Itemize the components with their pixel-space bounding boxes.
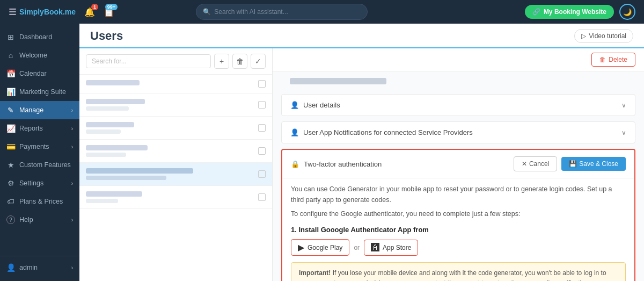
delete-button[interactable]: 🗑 Delete (591, 53, 635, 67)
list-item[interactable] (79, 163, 272, 186)
detail-top-bar: 🗑 Delete (273, 48, 644, 71)
video-tutorial-button[interactable]: ▷ Video tutorial (574, 29, 633, 43)
google-play-icon: ▶ (298, 242, 304, 253)
tfa-description: You can use Code Generator in your mobil… (291, 184, 626, 205)
sidebar-item-welcome[interactable]: ⌂ Welcome (0, 46, 79, 64)
store-buttons-group: ▶ Google Play or 🅰 App Store (291, 239, 626, 256)
admin-arrow-icon: › (71, 265, 73, 271)
sidebar-item-dashboard[interactable]: ⊞ Dashboard (0, 28, 79, 46)
user-checkbox[interactable] (258, 170, 266, 178)
list-item[interactable] (79, 75, 272, 93)
detail-panel: 🗑 Delete 👤 User details ∨ (273, 48, 644, 281)
tfa-label: Two-factor authentication (304, 160, 382, 168)
sidebar-item-payments[interactable]: 💳 Payments › (0, 138, 79, 156)
user-name-placeholder (86, 80, 140, 85)
search-bar: 🔍 (196, 4, 368, 20)
custom-icon: ★ (6, 161, 15, 169)
notifications-header-left: 👤 User App Notifications for connected S… (290, 128, 473, 136)
welcome-icon: ⌂ (6, 51, 15, 60)
app-store-icon: 🅰 (371, 243, 379, 253)
reports-arrow-icon: › (71, 126, 73, 132)
google-play-label: Google Play (308, 244, 342, 251)
hamburger-icon[interactable]: ☰ (9, 7, 16, 17)
list-item[interactable] (79, 93, 272, 117)
sidebar-label-manage: Manage (19, 106, 67, 114)
sidebar-label-marketing: Marketing Suite (19, 88, 73, 96)
user-name-placeholder (86, 145, 148, 150)
user-name-placeholder (86, 122, 134, 127)
user-info (86, 145, 254, 157)
sidebar-label-custom: Custom Features (19, 161, 73, 169)
moon-icon: 🌙 (623, 8, 632, 16)
cancel-button[interactable]: ✕ Cancel (514, 156, 557, 171)
search-input[interactable] (214, 8, 361, 16)
messages-badge: 99+ (105, 4, 118, 10)
user-info (86, 80, 254, 88)
list-item[interactable] (79, 140, 272, 163)
sidebar-item-custom[interactable]: ★ Custom Features (0, 156, 79, 174)
user-checkbox[interactable] (258, 101, 266, 109)
page-title: Users (90, 29, 123, 47)
manage-icon: ✎ (6, 106, 15, 114)
sidebar-label-calendar: Calendar (19, 70, 73, 77)
user-checkbox[interactable] (258, 147, 266, 155)
sidebar: ⊞ Dashboard ⌂ Welcome 📅 Calendar 📊 Marke… (0, 24, 79, 281)
help-arrow-icon: › (71, 217, 73, 223)
calendar-icon: 📅 (6, 69, 15, 78)
notifications-label: User App Notifications for connected Ser… (303, 128, 473, 136)
reports-icon: 📈 (6, 124, 15, 133)
app-logo[interactable]: ☰ SimplyBook.me (9, 7, 76, 17)
notifications-accordion[interactable]: 👤 User App Notifications for connected S… (281, 121, 635, 143)
check-icon: ✓ (255, 57, 261, 66)
add-user-button[interactable]: + (214, 54, 229, 69)
sidebar-item-manage[interactable]: ✎ Manage › (0, 101, 79, 119)
manage-arrow-icon: › (71, 107, 73, 113)
help-icon: ? (6, 215, 15, 224)
check-all-button[interactable]: ✓ (251, 54, 266, 69)
trash-icon: 🗑 (599, 56, 606, 63)
content-area: + 🗑 ✓ (79, 48, 644, 281)
user-name-placeholder (86, 168, 193, 174)
user-checkbox[interactable] (258, 80, 266, 88)
delete-user-button[interactable]: 🗑 (232, 54, 247, 69)
messages-icon[interactable]: 📋 99+ (104, 7, 114, 17)
settings-icon: ⚙ (6, 179, 15, 188)
detail-user-name-section (273, 78, 644, 89)
or-label: or (354, 244, 360, 251)
sidebar-item-calendar[interactable]: 📅 Calendar (0, 64, 79, 83)
sidebar-item-help[interactable]: ? Help › (0, 211, 79, 229)
list-item[interactable] (79, 186, 272, 209)
sidebar-label-settings: Settings (19, 179, 67, 187)
sidebar-item-reports[interactable]: 📈 Reports › (0, 119, 79, 138)
user-checkbox[interactable] (258, 124, 266, 132)
user-details-header[interactable]: 👤 User details ∨ (282, 95, 635, 116)
sidebar-label-reports: Reports (19, 125, 67, 132)
app-store-button[interactable]: 🅰 App Store (364, 240, 418, 256)
sidebar-label-payments: Payments (19, 143, 67, 150)
sidebar-item-settings[interactable]: ⚙ Settings › (0, 174, 79, 192)
lock-icon: 🔒 (291, 160, 299, 168)
tfa-actions: ✕ Cancel 💾 Save & Close (514, 156, 626, 171)
app-store-label: App Store (383, 244, 411, 251)
settings-arrow-icon: › (71, 181, 73, 186)
sidebar-label-plans: Plans & Prices (19, 198, 73, 205)
google-play-button[interactable]: ▶ Google Play (291, 239, 349, 256)
user-name-placeholder (86, 191, 142, 197)
warning-text: If you lose your mobile device and along… (299, 269, 614, 281)
sidebar-item-plans[interactable]: 🏷 Plans & Prices (0, 192, 79, 211)
warning-important: Important! (299, 269, 331, 277)
notification-bell[interactable]: 🔔 1 (84, 7, 95, 17)
user-details-accordion[interactable]: 👤 User details ∨ (281, 94, 635, 116)
sidebar-label-dashboard: Dashboard (19, 33, 73, 41)
sidebar-item-marketing[interactable]: 📊 Marketing Suite (0, 83, 79, 101)
sidebar-bottom-section: 👤 admin › (0, 254, 79, 277)
user-checkbox[interactable] (258, 193, 266, 201)
notifications-header[interactable]: 👤 User App Notifications for connected S… (282, 122, 635, 143)
user-sub-placeholder (86, 106, 129, 111)
user-avatar-button[interactable]: 🌙 (619, 4, 635, 20)
user-search-input[interactable] (86, 54, 211, 68)
save-close-button[interactable]: 💾 Save & Close (561, 157, 626, 171)
my-booking-website-button[interactable]: 🔗 My Booking Website (525, 5, 614, 19)
list-item[interactable] (79, 117, 272, 140)
sidebar-item-admin[interactable]: 👤 admin › (0, 258, 79, 277)
